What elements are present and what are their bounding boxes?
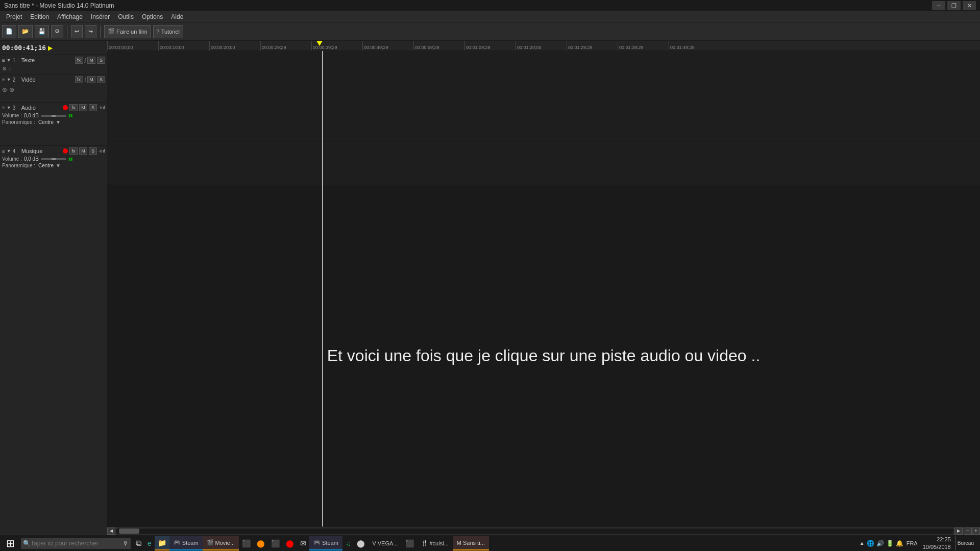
menu-inserer[interactable]: Insérer [87,12,114,21]
language-indicator: FRA [905,540,919,546]
faire-un-film-button[interactable]: 🎬 Faire un film [104,25,151,38]
taskbar-steam-1[interactable]: 🎮 Steam [169,536,203,550]
track-header-2: ≡ ▼ 2 Vidéo fx ∫ M S ⊕ ⊛ [0,74,107,103]
scroll-left-btn[interactable]: ◀ [107,528,115,535]
record-btn-4[interactable] [63,148,68,154]
track-s-2[interactable]: S [97,76,105,83]
project-props-button[interactable]: ⚙ [51,25,63,38]
battery-icon[interactable]: 🔋 [886,540,894,547]
taskbar-file-explorer[interactable]: 📁 [155,536,169,550]
taskbar-movie-studio[interactable]: 🎬 Movie... [203,536,239,550]
search-icon: 🔍 [23,540,31,547]
taskbar-chrome[interactable]: ⬤ [254,536,268,550]
time-ruler[interactable]: 00:00:00;00 00:00:10;00 00:00:20;00 00:0… [107,41,980,51]
desktop-icon: Bureau [958,540,974,546]
track-header-4: ≡ ▼ 4 Musique fx M S -Inf Volume : 0,0 d… [0,146,107,189]
menu-options[interactable]: Options [138,12,167,21]
track-fx-1[interactable]: fx [75,57,83,64]
track-composite-icon[interactable]: ⊕ [2,86,7,93]
hscroll-thumb[interactable] [119,529,139,534]
track-lane-1[interactable] [107,51,980,70]
volume-slider-3[interactable] [41,115,66,117]
menu-projet[interactable]: Projet [2,12,26,21]
speaker-icon[interactable]: 🔊 [876,540,884,547]
track-m-4[interactable]: M [79,147,87,155]
open-button[interactable]: 📂 [18,25,33,38]
close-button[interactable]: ✕ [963,1,976,10]
track-fx-3[interactable]: fx [69,104,78,111]
restore-button[interactable]: ❐ [947,1,961,10]
track-expand-3[interactable]: ≡ [2,105,5,111]
track-expand-2[interactable]: ≡ [2,77,5,83]
taskbar-app1[interactable]: ⬛ [239,536,254,550]
taskbar-edge[interactable]: e [144,536,155,550]
volume-slider-4[interactable] [41,158,66,160]
time-display: 22:25 [923,536,951,543]
menu-edition[interactable]: Edition [26,12,53,21]
pan-label-4: Panoramique : [2,163,35,168]
show-desktop-btn[interactable]: Bureau [955,536,976,550]
notification-icon[interactable]: 🔔 [896,540,903,547]
zoom-out-btn[interactable]: − [964,528,972,535]
redo-button[interactable]: ↪ [85,25,96,38]
windows-logo-icon: ⊞ [6,537,15,549]
tutoriel-button[interactable]: ? Tutoriel [153,25,183,38]
taskbar-steam-2[interactable]: 🎮 Steam [309,536,342,550]
track-s-1[interactable]: S [97,57,105,64]
track-m-1[interactable]: M [87,57,95,64]
track-collapse-2[interactable]: ▼ [7,77,11,82]
show-hidden-icons-btn[interactable]: ▲ [860,540,865,546]
taskbar-spotify[interactable]: ♫ [342,536,354,550]
track-m-3[interactable]: M [79,104,87,111]
ruler-mark: 00:01:29;29 [567,41,618,51]
ruler-mark: 00:00:49;29 [362,41,413,51]
track-collapse-1[interactable]: ▼ [7,58,11,63]
scroll-right-btn[interactable]: ▶ [954,528,963,535]
new-button[interactable]: 📄 [2,25,16,38]
pan-value-3: Centre [38,119,54,125]
menu-outils[interactable]: Outils [114,12,138,21]
minimize-button[interactable]: ─ [932,1,945,10]
taskbar-email[interactable]: ✉ [297,536,309,550]
ruler-mark: 00:00:29;29 [260,41,311,51]
track-fx-4[interactable]: fx [69,147,78,155]
track-settings-1[interactable]: ⚙ [2,66,7,71]
taskbar-cuisi[interactable]: 🍴 #cuisi... [417,536,453,550]
clock-display[interactable]: 22:25 10/05/2018 [921,536,953,550]
track-s-3[interactable]: S [89,104,97,111]
save-button[interactable]: 💾 [35,25,49,38]
track-collapse-3[interactable]: ▼ [7,105,11,110]
mic-icon[interactable]: 🎙 [122,540,129,547]
track-fx-2[interactable]: fx [75,76,83,83]
taskbar-app3[interactable]: ⬤ [283,536,297,550]
taskbar-sans-titre[interactable]: M Sans ti... [453,536,489,550]
track-lane-3[interactable] [107,98,980,142]
gear-icon: ⚙ [55,28,60,35]
ruler-mark: 00:00:00;00 [107,41,158,51]
undo-button[interactable]: ↩ [71,25,83,38]
pan-dropdown-4[interactable]: ▼ [56,163,61,168]
taskbar-steam-3[interactable]: ⬤ [354,536,368,550]
track-expand-4[interactable]: ≡ [2,148,5,154]
menu-affichage[interactable]: Affichage [53,12,87,21]
track-expand-1[interactable]: ≡ [2,58,5,63]
taskbar-app4[interactable]: ⬛ [402,536,417,550]
taskbar-search[interactable] [31,540,122,547]
taskbar-vegas[interactable]: V VEGA... [368,536,402,550]
track-motion-icon[interactable]: ⊛ [9,86,14,93]
zoom-in-btn[interactable]: + [972,528,980,535]
task-view-button[interactable]: ⧉ [133,536,144,550]
hscroll-track[interactable] [116,529,953,534]
network-icon[interactable]: 🌐 [867,540,874,547]
menu-aide[interactable]: Aide [167,12,187,21]
record-btn-3[interactable] [63,105,68,110]
track-s-4[interactable]: S [89,147,97,155]
track-collapse-4[interactable]: ▼ [7,148,11,154]
pan-dropdown-3[interactable]: ▼ [56,119,61,125]
playhead-marker: ▶ [48,44,53,52]
track-lane-2[interactable] [107,70,980,98]
start-button[interactable]: ⊞ [2,536,19,550]
taskbar-app2[interactable]: ⬛ [268,536,283,550]
track-m-2[interactable]: M [87,76,95,83]
track-lane-4[interactable] [107,142,980,185]
